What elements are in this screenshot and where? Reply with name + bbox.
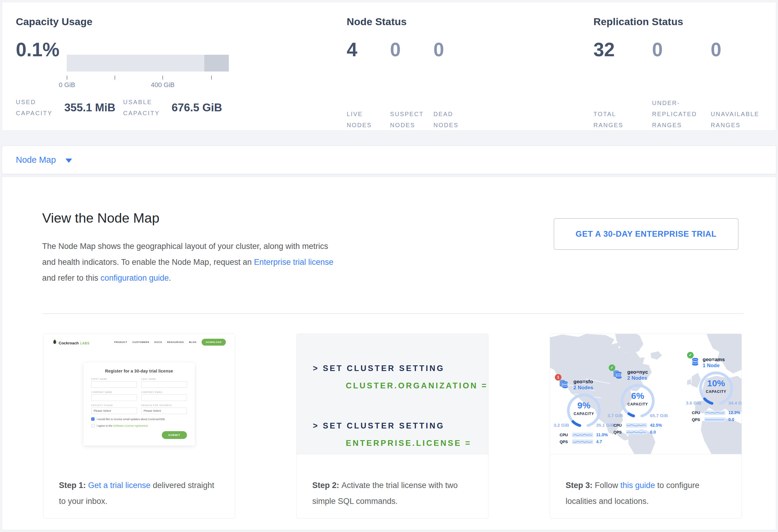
- map-cluster-ams: ✓ geo=ams 1 Node 10%: [691, 357, 742, 422]
- step-2-caption: Step 2: Activate the trial license with …: [297, 454, 488, 509]
- cpu-value: 11.0%: [596, 432, 608, 437]
- mini-field-label: PROJECT PHASE: [91, 404, 137, 407]
- total-ranges-count: 32: [594, 39, 652, 61]
- sql-set-cluster-setting-1: > SET CLUSTER SETTING: [313, 364, 445, 373]
- get-trial-license-link[interactable]: Get a trial license: [88, 481, 151, 490]
- capacity-percent: 6%: [620, 391, 656, 401]
- chevron-down-icon[interactable]: [66, 159, 72, 163]
- cpu-sparkline: [704, 410, 725, 415]
- capacity-bar-reserved-segment: [204, 55, 229, 72]
- sql-enterprise-license: ENTERPRISE.LICENSE =: [346, 439, 471, 448]
- live-nodes-label: LIVE NODES: [347, 108, 383, 131]
- mini-check2-text: I agree to the Software License Agreemen…: [97, 424, 148, 427]
- capacity-gauge: 6% CAPACITY 3.7 GiB 65.7 GiB: [612, 383, 663, 421]
- capacity-tick-label: 400 GiB: [139, 81, 187, 89]
- mini-field-label: COMPANY EMAIL: [141, 391, 187, 393]
- divider: [42, 313, 744, 314]
- mini-trial-form: Register for a 30-day trial license FIRS…: [83, 363, 195, 446]
- node-map-onboarding-panel: View the Node Map The Node Map shows the…: [2, 176, 776, 530]
- step-2-label: Step 2:: [312, 481, 341, 490]
- usable-capacity-value: 676.5 GiB: [172, 101, 222, 114]
- mini-checkbox-checked: ✓: [91, 417, 94, 421]
- get-enterprise-trial-button[interactable]: GET A 30-DAY ENTERPRISE TRIAL: [554, 218, 738, 250]
- intro-text: .: [169, 274, 171, 283]
- node-map-selector[interactable]: Node Map: [16, 155, 56, 165]
- capacity-tick: [67, 76, 67, 80]
- mini-check1-text: I would like to receive email updates ab…: [97, 418, 165, 421]
- ok-badge: ✓: [609, 365, 615, 371]
- unavailable-ranges-count: 0: [711, 39, 769, 61]
- capacity-gauge: 10% CAPACITY 3.6 GiB 34.4 GiB: [691, 370, 742, 408]
- mini-field-label: LAST NAME: [141, 378, 187, 380]
- qps-value: 0.0: [650, 430, 656, 435]
- qps-sparkline: [572, 440, 593, 444]
- replication-status-title: Replication Status: [594, 16, 683, 27]
- brand-labs-text: LABS: [80, 342, 89, 345]
- step-3-label: Step 3:: [566, 481, 595, 490]
- mini-field-label: COMPANY NAME: [91, 391, 137, 393]
- capacity-usage-title: Capacity Usage: [16, 16, 92, 27]
- qps-label: QPS: [692, 417, 704, 422]
- cockroach-labs-logo: Cockroach LABS: [52, 339, 89, 345]
- capacity-tick-label: 0 GiB: [43, 81, 91, 89]
- this-guide-link[interactable]: this guide: [620, 481, 655, 490]
- cluster-node-count: 2 Nodes: [573, 385, 593, 391]
- under-replicated-ranges-label: UNDER-REPLICATED RANGES: [652, 97, 709, 131]
- used-capacity-value: 355.1 MiB: [64, 101, 115, 114]
- mini-checkbox-unchecked: [91, 424, 94, 427]
- capacity-percent: 10%: [698, 378, 734, 388]
- replication-status-section: Replication Status 32 TOTAL RANGES 0 UND…: [594, 2, 777, 131]
- configuration-guide-link[interactable]: configuration guide: [100, 274, 169, 283]
- mini-company-email-input: [141, 394, 187, 401]
- total-ranges-label: TOTAL RANGES: [594, 108, 635, 131]
- ok-badge: ✓: [687, 352, 694, 359]
- capacity-tick: [162, 76, 163, 80]
- usable-capacity-label: USABLE CAPACITY: [123, 97, 172, 119]
- mini-nav-docs: DOCS: [154, 341, 162, 344]
- mini-submit-button: SUBMIT: [162, 431, 187, 439]
- cluster-name: geo=sfo: [573, 379, 593, 385]
- under-replicated-ranges-count: 0: [652, 39, 711, 61]
- step-3-card: 1 geo=sfo 2 Nodes: [550, 333, 742, 519]
- step-3-thumbnail: 1 geo=sfo 2 Nodes: [550, 334, 742, 454]
- cluster-name: geo=ams: [703, 357, 725, 363]
- capacity-max: 35.1 GiB: [596, 423, 614, 428]
- map-cluster-sfo: 1 geo=sfo 2 Nodes: [558, 379, 609, 444]
- cluster-node-count: 2 Nodes: [627, 375, 648, 381]
- nodes-icon: [612, 369, 624, 380]
- brand-text: Cockroach: [59, 341, 79, 345]
- capacity-min: 3.7 GiB: [608, 413, 623, 418]
- mini-download-button: DOWNLOAD: [202, 339, 226, 346]
- capacity-percent: 9%: [566, 400, 602, 410]
- enterprise-trial-license-link[interactable]: Enterprise trial license: [254, 257, 333, 267]
- mini-company-name-input: [91, 394, 137, 401]
- cpu-label: CPU: [614, 423, 626, 428]
- mini-field-label: FIRST NAME: [91, 378, 137, 380]
- capacity-label: CAPACITY: [698, 390, 734, 394]
- cluster-node-count: 1 Node: [703, 363, 725, 369]
- capacity-label: CAPACITY: [566, 412, 602, 416]
- cluster-name: geo=nyc: [627, 369, 648, 375]
- page-title: View the Node Map: [42, 210, 159, 226]
- capacity-tick: [114, 76, 115, 80]
- step-1-thumbnail: Cockroach LABS PRODUCT CUSTOMERS DOCS RE…: [44, 334, 235, 454]
- mini-nav-product: PRODUCT: [114, 341, 128, 344]
- mini-form-title: Register for a 30-day trial license: [91, 369, 187, 373]
- capacity-tick: [211, 76, 212, 80]
- step-1-caption: Step 1: Get a trial license delivered st…: [44, 454, 235, 509]
- qps-metric: QPS 0.0: [692, 417, 742, 422]
- nodes-icon: [558, 379, 570, 390]
- capacity-bar: [67, 55, 229, 72]
- qps-metric: QPS 4.7: [560, 439, 609, 444]
- mini-field-label: REASON FOR INTEREST: [141, 404, 187, 407]
- capacity-max: 65.7 GiB: [650, 413, 668, 418]
- view-selector-bar[interactable]: Node Map: [2, 146, 776, 174]
- qps-value: 4.7: [596, 439, 602, 444]
- step-2-card: > SET CLUSTER SETTING CLUSTER.ORGANIZATI…: [296, 333, 488, 519]
- mini-check2-pre: I agree to the: [97, 424, 113, 427]
- cpu-value: 12.3%: [728, 410, 740, 415]
- qps-metric: QPS 0.0: [614, 430, 663, 435]
- alert-badge: 1: [555, 374, 561, 381]
- node-status-title: Node Status: [347, 16, 407, 27]
- mini-first-name-input: [91, 381, 137, 388]
